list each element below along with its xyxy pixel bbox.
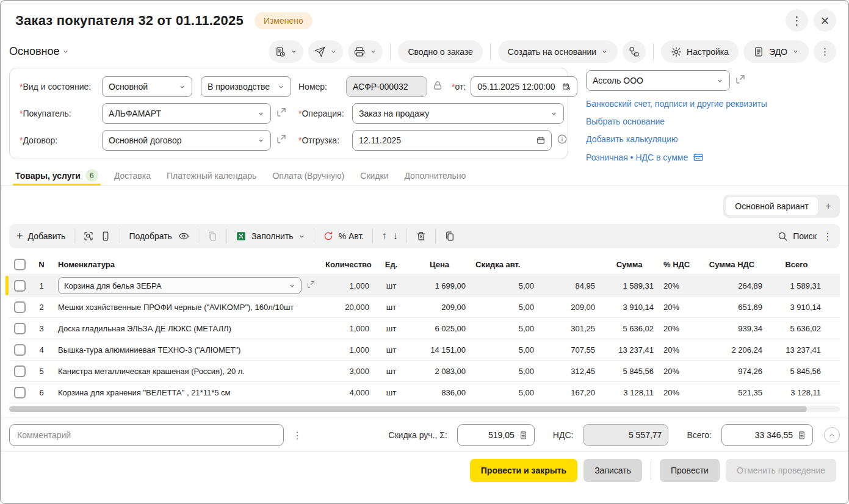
auto-discount-button[interactable]: % Авт. — [323, 231, 364, 242]
cell-quantity[interactable]: 1,000 — [320, 324, 374, 333]
date-field[interactable]: 05.11.2025 12:00:00 — [471, 76, 577, 97]
cell-discount-percent[interactable]: 5,00 — [471, 345, 539, 355]
comment-input[interactable] — [9, 424, 284, 446]
table-row[interactable]: 6 Корзина для хранения "ВЕЛЕТТА" , 21*11… — [9, 382, 840, 403]
cell-quantity[interactable]: 20,000 — [320, 303, 374, 312]
cell-discount-sum[interactable]: 707,55 — [539, 345, 600, 355]
cell-nomenclature[interactable]: Корзина для хранения "ВЕЛЕТТА" , 21*11*5… — [53, 388, 320, 397]
tab-payment-calendar[interactable]: Платежный календарь — [167, 165, 256, 185]
cell-vat-percent[interactable]: 20% — [659, 345, 696, 355]
add-row-button[interactable]: + Добавить — [16, 230, 65, 243]
fill-button[interactable]: Заполнить — [236, 231, 305, 242]
cell-discount-percent[interactable]: 5,00 — [471, 388, 539, 397]
cell-nomenclature[interactable]: Канистра металлическая крашеная (Россия)… — [53, 367, 320, 376]
table-row[interactable]: 4 Вышка-тура алюминиевая ТЕХНО-3 ("АЛЮМЕ… — [9, 339, 840, 361]
copy-row-button[interactable] — [444, 231, 455, 242]
open-customer-button[interactable] — [276, 107, 287, 120]
variant-add-button[interactable]: + — [819, 201, 837, 212]
col-nomenclature[interactable]: Номенклатура — [53, 260, 320, 269]
customer-select[interactable]: АЛЬФАМАРТ — [102, 103, 271, 124]
col-sum[interactable]: Сумма — [600, 260, 659, 269]
collapse-table-button[interactable] — [824, 427, 840, 443]
col-total[interactable]: Всего — [767, 260, 826, 269]
choose-basis-link[interactable]: Выбрать основание — [586, 117, 842, 126]
save-button[interactable]: Записать — [583, 459, 642, 482]
manual-discount-field[interactable]: 519,05 — [457, 424, 535, 446]
move-row-down-button[interactable]: ↓ — [393, 230, 399, 242]
shipment-date-field[interactable]: 12.11.2025 — [352, 130, 552, 151]
table-row[interactable]: 3 Доска гладильная ЭЛЬЗА ДЕ ЛЮКС (МЕТАЛЛ… — [9, 318, 840, 339]
cell-discount-sum[interactable]: 301,25 — [539, 324, 600, 333]
search-button[interactable]: Поиск — [777, 231, 817, 242]
cell-sum[interactable]: 13 237,41 — [600, 345, 659, 355]
cell-price[interactable]: 1 699,00 — [408, 281, 471, 290]
tab-products-services[interactable]: Товары, услуги 6 — [15, 165, 98, 185]
row-checkbox[interactable] — [14, 323, 26, 334]
cell-discount-sum[interactable]: 312,45 — [539, 367, 600, 376]
cell-discount-sum[interactable]: 167,20 — [539, 388, 600, 397]
col-quantity[interactable]: Количество — [320, 260, 374, 269]
scan-barcode-button[interactable] — [83, 231, 94, 242]
state-select[interactable]: В производстве — [201, 76, 291, 97]
variant-main-button[interactable]: Основной вариант — [726, 197, 818, 215]
bank-requisites-link[interactable]: Банковский счет, подписи и другие реквиз… — [586, 99, 842, 109]
cell-sum[interactable]: 3 128,11 — [600, 388, 659, 397]
scrollbar-thumb[interactable] — [9, 406, 807, 412]
tab-delivery[interactable]: Доставка — [114, 165, 151, 185]
send-button[interactable] — [308, 40, 343, 63]
cell-sum[interactable]: 5 636,02 — [600, 324, 659, 333]
comment-more-button[interactable]: ⋮ — [292, 430, 302, 441]
cell-nomenclature[interactable]: Мешки хозяйственные ПРОФИ черные ("AVIKO… — [53, 303, 320, 312]
cell-price[interactable]: 209,00 — [408, 303, 471, 312]
tab-discounts[interactable]: Скидки — [360, 165, 388, 185]
cell-quantity[interactable]: 3,000 — [320, 367, 374, 376]
move-row-up-button[interactable]: ↑ — [381, 230, 387, 242]
cell-sum[interactable]: 1 589,31 — [600, 281, 659, 290]
cell-sum[interactable]: 3 910,14 — [600, 303, 659, 312]
cell-price[interactable]: 6 025,00 — [408, 324, 471, 333]
close-button[interactable]: × — [814, 9, 836, 32]
table-row[interactable]: 5 Канистра металлическая крашеная (Росси… — [9, 361, 840, 382]
cell-price[interactable]: 836,00 — [408, 388, 471, 397]
edo-button[interactable]: ЭДО — [743, 40, 809, 63]
cell-discount-percent[interactable]: 5,00 — [471, 324, 539, 333]
tab-additional[interactable]: Дополнительно — [404, 165, 466, 185]
post-button[interactable]: Провести — [660, 459, 720, 482]
cell-discount-sum[interactable]: 209,00 — [539, 303, 600, 312]
order-summary-button[interactable]: Сводно о заказе — [398, 40, 482, 63]
toolbar-more-button[interactable]: ⋮ — [814, 40, 836, 63]
row-checkbox[interactable] — [14, 280, 26, 292]
col-n[interactable]: N — [30, 260, 53, 269]
cell-price[interactable]: 2 083,00 — [408, 367, 471, 376]
kind-select[interactable]: Основной — [102, 76, 192, 97]
post-and-close-button[interactable]: Провести и закрыть — [470, 459, 577, 482]
table-row[interactable]: 1 Корзина для белья ЗЕБРА 1,000 шт 1 699… — [9, 275, 840, 297]
create-based-on-button[interactable]: Создать на основании — [498, 40, 618, 63]
shipment-info-icon[interactable] — [557, 134, 568, 147]
row-checkbox[interactable] — [14, 301, 26, 313]
cell-quantity[interactable]: 4,000 — [320, 388, 374, 397]
section-menu[interactable]: Основное — [9, 45, 69, 58]
data-terminal-button[interactable] — [100, 231, 111, 242]
cell-vat-percent[interactable]: 20% — [659, 324, 696, 333]
row-checkbox[interactable] — [14, 387, 26, 398]
row-checkbox[interactable] — [14, 365, 26, 377]
operation-select[interactable]: Заказ на продажу — [352, 103, 564, 124]
cell-vat-percent[interactable]: 20% — [659, 281, 696, 290]
col-price[interactable]: Цена — [408, 260, 471, 269]
contract-select[interactable]: Основной договор — [102, 130, 271, 151]
cell-discount-sum[interactable]: 84,95 — [539, 281, 600, 290]
delete-row-button[interactable] — [416, 231, 427, 242]
open-organization-button[interactable] — [735, 74, 746, 87]
open-nomenclature-button[interactable] — [306, 280, 316, 291]
col-vat-percent[interactable]: % НДС — [659, 260, 696, 269]
pick-items-button[interactable]: Подобрать — [129, 231, 172, 241]
horizontal-scrollbar[interactable] — [9, 406, 840, 412]
organization-select[interactable]: Ассоль ООО — [586, 70, 730, 91]
nomenclature-combobox[interactable]: Корзина для белья ЗЕБРА — [58, 277, 302, 294]
table-row[interactable]: 2 Мешки хозяйственные ПРОФИ черные ("AVI… — [9, 297, 840, 318]
open-contract-button[interactable] — [276, 134, 287, 147]
cell-sum[interactable]: 5 845,56 — [600, 367, 659, 376]
cell-vat-percent[interactable]: 20% — [659, 303, 696, 312]
row-checkbox[interactable] — [14, 344, 26, 356]
